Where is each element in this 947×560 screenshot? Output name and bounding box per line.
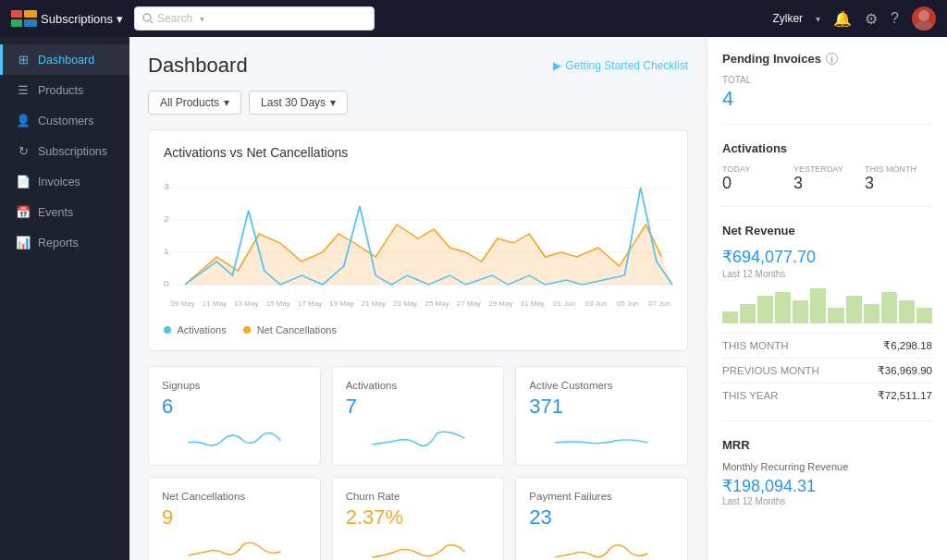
signups-chart [162, 424, 307, 452]
chart-title: Activations vs Net Cancellations [164, 145, 672, 160]
svg-text:03 Jun: 03 Jun [584, 299, 607, 307]
svg-text:3: 3 [164, 182, 169, 191]
this-month-revenue-value: ₹6,298.18 [883, 339, 932, 352]
activations-label: Activations [346, 380, 491, 391]
revenue-bar [722, 311, 738, 323]
search-filter-icon: ▾ [200, 14, 204, 24]
activations-section: Activations TODAY 0 YESTERDAY 3 THIS MON… [722, 141, 932, 207]
active-customers-chart [529, 424, 674, 452]
top-nav-right: Zylker ▾ 🔔 ⚙ ? [772, 6, 936, 30]
svg-text:17 May: 17 May [298, 299, 323, 307]
app-name-label: Subscriptions [41, 12, 113, 26]
cancellations-mini-chart [162, 535, 307, 560]
search-bar[interactable]: Search ▾ [134, 6, 375, 30]
info-icon: i [826, 53, 838, 65]
mrr-period: Last 12 Months [722, 496, 932, 506]
today-label: TODAY [722, 164, 790, 174]
signups-label: Signups [162, 380, 307, 391]
svg-text:23 May: 23 May [393, 299, 418, 307]
pending-invoices-label: Pending Invoices [722, 52, 821, 66]
filters-bar: All Products ▾ Last 30 Days ▾ [148, 91, 688, 115]
sidebar-label-dashboard: Dashboard [38, 54, 94, 67]
prev-month-revenue-value: ₹36,969.90 [878, 364, 932, 377]
stat-card-signups: Signups 6 [148, 366, 321, 466]
sidebar-label-events: Events [38, 206, 73, 219]
active-customers-label: Active Customers [529, 380, 674, 391]
revenue-bar [846, 296, 862, 323]
prev-month-revenue-row: PREVIOUS MONTH ₹36,969.90 [722, 358, 932, 383]
svg-text:15 May: 15 May [266, 299, 291, 307]
app-logo[interactable]: Subscriptions ▾ [11, 10, 123, 27]
churn-value: 2.37% [346, 505, 491, 530]
stat-card-churn: Churn Rate 2.37% [332, 477, 505, 560]
legend-cancellations: Net Cancellations [243, 324, 337, 335]
activations-chart [346, 424, 491, 452]
play-icon: ▶ [553, 59, 561, 72]
user-name[interactable]: Zylker [772, 12, 803, 25]
chart-legend: Activations Net Cancellations [164, 324, 672, 335]
svg-rect-1 [24, 10, 37, 18]
legend-activations: Activations [164, 324, 227, 335]
sidebar-item-subscriptions[interactable]: ↻ Subscriptions [0, 136, 129, 166]
settings-icon[interactable]: ⚙ [865, 10, 878, 28]
events-icon: 📅 [16, 205, 31, 219]
svg-rect-2 [11, 19, 22, 27]
svg-text:0: 0 [164, 279, 169, 288]
sidebar-label-reports: Reports [38, 237, 79, 250]
this-month-activations: THIS MONTH 3 [865, 164, 932, 193]
app-body: ⊞ Dashboard ☰ Products 👤 Customers ↻ Sub… [0, 37, 947, 560]
svg-text:1: 1 [164, 247, 169, 256]
svg-text:31 May: 31 May [521, 299, 546, 307]
sidebar-item-invoices[interactable]: 📄 Invoices [0, 166, 129, 197]
activations-dot [164, 326, 171, 334]
sidebar-item-events[interactable]: 📅 Events [0, 197, 129, 227]
revenue-bar [793, 300, 808, 323]
sidebar-item-dashboard[interactable]: ⊞ Dashboard [0, 44, 129, 75]
stat-card-activations: Activations 7 [332, 366, 505, 466]
activations-value: 7 [346, 395, 491, 419]
user-avatar[interactable] [912, 6, 936, 30]
activations-section-title: Activations [722, 141, 932, 155]
stat-card-cancellations: Net Cancellations 9 [148, 477, 321, 560]
svg-text:21 May: 21 May [362, 299, 387, 307]
top-navigation: Subscriptions ▾ Search ▾ Zylker ▾ 🔔 ⚙ ? [0, 0, 947, 37]
sidebar-item-customers[interactable]: 👤 Customers [0, 105, 129, 136]
revenue-bar [864, 304, 879, 323]
cancellations-value: 9 [162, 505, 307, 530]
sidebar: ⊞ Dashboard ☰ Products 👤 Customers ↻ Sub… [0, 37, 129, 560]
payment-failures-label: Payment Failures [529, 491, 674, 502]
help-icon[interactable]: ? [891, 10, 899, 27]
svg-text:11 May: 11 May [203, 299, 228, 307]
product-filter-label: All Products [160, 96, 219, 109]
right-panel: Pending Invoices i TOTAL 4 Activations T… [707, 37, 947, 560]
mrr-subtitle: Monthly Recurring Revenue [722, 461, 932, 472]
cancellations-label: Net Cancellations [162, 491, 307, 502]
period-filter[interactable]: Last 30 Days ▾ [249, 91, 348, 115]
notifications-icon[interactable]: 🔔 [833, 10, 852, 28]
churn-label: Churn Rate [346, 491, 491, 502]
stat-card-payment-failures: Payment Failures 23 [515, 477, 688, 560]
filter-chevron-2: ▾ [330, 96, 336, 109]
period-filter-label: Last 30 Days [261, 96, 326, 109]
svg-text:07 Jun: 07 Jun [648, 299, 670, 307]
revenue-bar [899, 300, 915, 323]
customers-icon: 👤 [16, 114, 31, 128]
reports-icon: 📊 [16, 236, 31, 250]
dashboard-icon: ⊞ [16, 53, 31, 67]
revenue-bar [740, 304, 756, 323]
sidebar-item-reports[interactable]: 📊 Reports [0, 227, 129, 258]
sidebar-item-products[interactable]: ☰ Products [0, 75, 129, 105]
active-customers-value: 371 [529, 395, 674, 419]
app-chevron: ▾ [117, 12, 123, 26]
svg-text:2: 2 [164, 214, 169, 224]
net-revenue-section: Net Revenue ₹694,077.70 Last 12 Months T… [722, 224, 932, 421]
revenue-period: Last 12 Months [722, 269, 932, 279]
this-month-act-value: 3 [865, 174, 932, 193]
getting-started-link[interactable]: ▶ Getting Started Checklist [553, 59, 688, 72]
stat-card-active-customers: Active Customers 371 [515, 366, 688, 466]
chart-area: 3 2 1 0 09 May 11 May 13 May 15 May 17 M… [164, 169, 672, 317]
payment-failures-value: 23 [529, 505, 674, 530]
churn-chart [346, 535, 491, 560]
svg-rect-0 [11, 10, 22, 18]
product-filter[interactable]: All Products ▾ [148, 91, 241, 115]
